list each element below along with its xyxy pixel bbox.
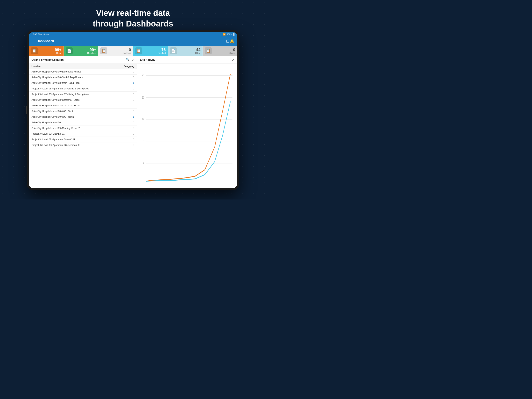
tablet-screen: 10:03 Thu 14 Jan 📶 100% ▓ ☰ Dashboard ⊞ … xyxy=(29,32,237,188)
row-location: Asite City Hospital>Level 03>Cafeteria -… xyxy=(32,99,120,101)
status-time-date: 10:03 Thu 14 Jan xyxy=(32,33,49,35)
row-location: Asite City Hospital>Level 00>WC - South xyxy=(32,110,120,113)
menu-icon[interactable]: ☰ xyxy=(32,39,35,43)
stat-resolved-label: Resolved xyxy=(87,52,96,54)
site-activity-chart: 20 16 12 8 4 xyxy=(140,66,234,186)
table-row[interactable]: Asite City Hospital>Level 03>Main Hall &… xyxy=(29,80,137,86)
stat-rectified-label: Rectified xyxy=(123,52,131,54)
search-icon[interactable]: 🔍 xyxy=(126,58,130,62)
expand-icon[interactable]: ⤢ xyxy=(132,58,134,62)
stats-row: 📋 99+ Open 📄 99+ Resolved 📋 0 Rect xyxy=(29,46,237,56)
svg-text:12: 12 xyxy=(142,117,144,121)
row-location: Asite City Hospital>Level 00>WC - North xyxy=(32,116,120,118)
right-panel-icons: ⤢ xyxy=(232,58,234,62)
stat-open-content: 99+ Open xyxy=(38,48,62,54)
table-row[interactable]: Asite City Hospital>Level 09>Meeting Roo… xyxy=(29,125,137,131)
row-location: Project X>Level 03>Apartment 08>Bedroom … xyxy=(32,144,120,147)
row-location: Asite City Hospital>Level 09>Meeting Roo… xyxy=(32,127,120,129)
stat-rectified-icon: 📋 xyxy=(100,47,107,54)
stat-verified-icon: 📋 xyxy=(135,47,142,54)
stat-closed-number: 0 xyxy=(233,48,235,52)
svg-text:8: 8 xyxy=(143,139,144,143)
row-value: 0 xyxy=(120,110,134,113)
stat-resolved-number: 99+ xyxy=(89,48,96,52)
row-value: 0 xyxy=(120,93,134,96)
stat-verified-number: 76 xyxy=(161,48,166,52)
status-icons: 📶 100% ▓ xyxy=(223,33,234,36)
svg-text:16: 16 xyxy=(142,96,144,99)
svg-text:20: 20 xyxy=(142,74,144,77)
hero-title: View real-time data through Dashboards xyxy=(0,8,266,29)
stat-resolved-content: 99+ Resolved xyxy=(73,48,96,54)
stat-other-label: Other xyxy=(195,52,201,54)
col-location: Location xyxy=(32,65,120,68)
col-snagging: Snagging xyxy=(120,65,134,68)
stat-resolved[interactable]: 📄 99+ Resolved xyxy=(64,46,99,56)
row-value: 1 xyxy=(120,116,134,118)
stat-verified-label: Verified xyxy=(158,52,166,54)
table-row[interactable]: Project X>Level 03>Apartment 08>Living &… xyxy=(29,86,137,91)
nav-center-icon[interactable]: ⊞ xyxy=(226,39,230,44)
row-value: 0 xyxy=(120,87,134,90)
hero-section: View real-time data through Dashboards xyxy=(0,8,266,29)
row-value: 0 xyxy=(120,127,134,129)
row-location: Asite City Hospital>Level 09>External & … xyxy=(32,70,120,73)
row-location: Asite City Hospital>Level 06>Staff & Pre… xyxy=(32,76,120,79)
left-panel: Open Forms by Location 🔍 ⤢ Location Snag… xyxy=(29,56,137,188)
nav-bar: ☰ Dashboard ⊞ 🔔 xyxy=(29,36,237,46)
stat-rectified-content: 0 Rectified xyxy=(107,48,131,54)
row-location: Project X>Level 03>Apartment 07>Living &… xyxy=(32,93,120,96)
table-row[interactable]: Asite City Hospital>Level 00>WC - South … xyxy=(29,109,137,114)
table-row[interactable]: Asite City Hospital>Level 03>Cafeteria -… xyxy=(29,97,137,103)
bell-icon[interactable]: 🔔 xyxy=(230,39,234,44)
table-body: Asite City Hospital>Level 09>External & … xyxy=(29,69,137,188)
stat-open-number: 99+ xyxy=(55,48,62,52)
stat-verified[interactable]: 📋 76 Verified xyxy=(133,46,168,56)
status-bar: 10:03 Thu 14 Jan 📶 100% ▓ xyxy=(29,32,237,36)
nav-title: Dashboard xyxy=(37,39,226,43)
row-value: 1 xyxy=(120,82,134,84)
table-row[interactable]: Asite City Hospital>Level 03>Cafeteria -… xyxy=(29,103,137,109)
table-row[interactable]: Project X>Level 03>Lifts>Lift 01 0 xyxy=(29,131,137,137)
right-expand-icon[interactable]: ⤢ xyxy=(232,58,234,62)
row-location: Project X>Level 03>Apartment 08>Living &… xyxy=(32,87,120,90)
right-panel-title: Site Activity xyxy=(140,58,155,61)
row-value: 0 xyxy=(120,99,134,101)
right-panel-header: Site Activity ⤢ xyxy=(137,56,237,64)
table-row[interactable]: Asite City Hospital>Level 06>Staff & Pre… xyxy=(29,75,137,80)
content-area: Open Forms by Location 🔍 ⤢ Location Snag… xyxy=(29,56,237,188)
stat-closed-label: Closed xyxy=(229,52,235,54)
svg-text:4: 4 xyxy=(143,161,144,165)
row-value: 0 xyxy=(120,144,134,147)
stat-rectified[interactable]: 📋 0 Rectified xyxy=(98,46,133,56)
stat-other-number: 44 xyxy=(196,48,200,52)
row-location: Asite City Hospital>Level 00 xyxy=(32,121,120,124)
stat-open-icon: 📋 xyxy=(31,47,38,54)
table-header: Location Snagging xyxy=(29,64,137,69)
tablet-device: 10:03 Thu 14 Jan 📶 100% ▓ ☰ Dashboard ⊞ … xyxy=(27,30,239,190)
stat-open[interactable]: 📋 99+ Open xyxy=(29,46,64,56)
stat-other-icon: 📄 xyxy=(170,47,177,54)
right-panel: Site Activity ⤢ 20 16 xyxy=(137,56,237,188)
stat-resolved-icon: 📄 xyxy=(66,47,73,54)
row-value: 0 xyxy=(120,133,134,135)
table-row[interactable]: Project X>Level 03>Apartment 07>Living &… xyxy=(29,91,137,97)
stat-verified-content: 76 Verified xyxy=(142,48,166,54)
table-row[interactable]: Project X>Level 03>Apartment 08>WC 01 0 xyxy=(29,137,137,142)
table-row[interactable]: Asite City Hospital>Level 09>External & … xyxy=(29,69,137,75)
table-row[interactable]: Project X>Level 03>Apartment 08>Bedroom … xyxy=(29,142,137,148)
tablet-side-button xyxy=(26,106,27,114)
table-row[interactable]: Asite City Hospital>Level 00>WC - North … xyxy=(29,114,137,120)
row-location: Project X>Level 03>Lifts>Lift 01 xyxy=(32,133,120,135)
table-row[interactable]: Asite City Hospital>Level 00 0 xyxy=(29,120,137,125)
stat-other-content: 44 Other xyxy=(177,48,201,54)
stat-closed[interactable]: 📋 0 Closed xyxy=(203,46,237,56)
left-panel-header: Open Forms by Location 🔍 ⤢ xyxy=(29,56,137,64)
stat-other[interactable]: 📄 44 Other xyxy=(168,46,203,56)
row-value: 0 xyxy=(120,70,134,73)
row-value: 0 xyxy=(120,121,134,124)
stat-closed-icon: 📋 xyxy=(205,47,212,54)
row-location: Asite City Hospital>Level 03>Main Hall &… xyxy=(32,82,120,84)
left-panel-title: Open Forms by Location xyxy=(32,58,64,61)
stat-rectified-number: 0 xyxy=(129,48,131,52)
